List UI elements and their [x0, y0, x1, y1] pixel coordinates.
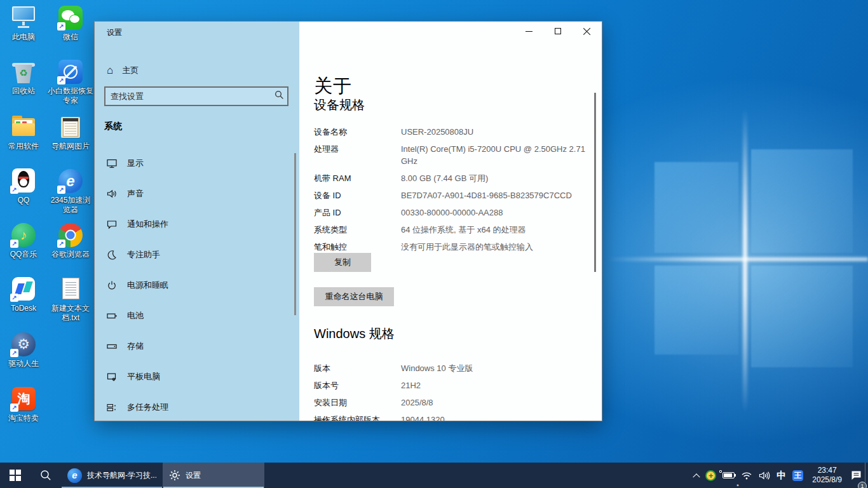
taskbar-spacer	[264, 463, 691, 488]
window-title: 设置	[107, 27, 122, 38]
desktop-icon-label: 新建文本文档.txt	[47, 304, 94, 323]
desktop-icon-driver[interactable]: ⚙↗ 驱动人生	[0, 332, 47, 369]
ime-chinese-icon: 中	[776, 470, 786, 482]
data-recovery-icon: ↗	[57, 59, 85, 85]
spec-label: 设备 ID	[314, 189, 401, 201]
driver-gear-icon: ⚙↗	[10, 332, 37, 357]
desktop-icon-nav-pictures[interactable]: 导航网图片	[47, 114, 94, 151]
spec-row: 安装日期2025/8/8	[314, 396, 473, 409]
search-input[interactable]	[105, 92, 271, 101]
device-spec-heading: 设备规格	[314, 97, 365, 114]
shortcut-arrow-icon: ↗	[10, 349, 18, 357]
desktop-icon-wechat[interactable]: ↗ 微信	[47, 5, 94, 42]
spec-label: 安装日期	[314, 396, 401, 409]
spec-label: 版本号	[314, 379, 401, 391]
sidebar-item-multitasking[interactable]: 多任务处理	[95, 392, 299, 421]
wallpaper-pane	[654, 162, 738, 253]
taskbar-search-button[interactable]	[31, 463, 61, 488]
sidebar-item-label: 多任务处理	[127, 402, 168, 413]
desktop-icon-common-software[interactable]: 常用软件	[0, 114, 47, 151]
action-center-button[interactable]: 1	[848, 463, 865, 488]
sidebar-item-power-sleep[interactable]: 电源和睡眠	[95, 270, 299, 301]
sidebar-item-storage[interactable]: 存储	[95, 331, 299, 362]
maximize-icon	[555, 28, 561, 34]
spec-value: BE7D7A07-A901-4D81-9685-B823579C7CCD	[401, 189, 572, 201]
desktop-icon-2345-browser[interactable]: e↗ 2345加速浏览器	[47, 168, 94, 215]
spec-row: 版本Windows 10 专业版	[314, 362, 473, 374]
tray-volume-button[interactable]	[756, 463, 773, 488]
tray-antivirus-button[interactable]: +	[702, 463, 719, 488]
sidebar-item-focus-assist[interactable]: 专注助手	[95, 240, 299, 270]
battery-charging-icon	[722, 472, 735, 478]
close-icon	[583, 27, 591, 35]
this-pc-icon	[10, 5, 37, 30]
desktop-icon-taobao[interactable]: 淘↗ 淘宝特卖	[0, 386, 47, 423]
close-button[interactable]	[573, 22, 602, 41]
search-icon[interactable]	[271, 90, 287, 102]
spec-label: 处理器	[314, 143, 401, 167]
chevron-up-icon	[693, 473, 700, 480]
spec-row-clipped: 体验	[314, 417, 330, 421]
rename-pc-button[interactable]: 重命名这台电脑	[314, 287, 394, 306]
content-scrollbar[interactable]	[594, 93, 596, 272]
taskbar-app-browser[interactable]: e 技术导航网-学习技...	[61, 463, 163, 488]
sidebar-item-label: 专注助手	[127, 249, 160, 261]
shortcut-arrow-icon: ↗	[57, 76, 65, 85]
sidebar-item-tablet[interactable]: 平板电脑	[95, 362, 299, 392]
desktop-icon-chrome[interactable]: ↗ 谷歌浏览器	[47, 222, 94, 259]
taskbar-clock[interactable]: 23:472025/8/9	[806, 463, 848, 488]
spec-value: 64 位操作系统, 基于 x64 的处理器	[401, 224, 526, 236]
sidebar-item-home[interactable]: ⌂ 主页	[107, 61, 278, 80]
spec-row: 操作系统内部版本19044.1320	[314, 414, 473, 421]
maximize-button[interactable]	[543, 22, 573, 41]
desktop-icon-label: 回收站	[0, 86, 47, 96]
multitask-icon	[107, 402, 117, 412]
sidebar-item-notifications[interactable]: 通知和操作	[95, 209, 299, 240]
sidebar-item-battery[interactable]: 电池	[95, 301, 299, 331]
minimize-button[interactable]	[514, 22, 543, 41]
sidebar-item-sound[interactable]: 声音	[95, 179, 299, 209]
windows-logo-icon	[10, 470, 21, 481]
taskbar-app-settings[interactable]: 设置	[163, 463, 264, 488]
desktop-icon-text-file[interactable]: 新建文本文档.txt	[47, 276, 94, 323]
copy-button[interactable]: 复制	[314, 253, 371, 272]
text-file-icon	[57, 276, 85, 302]
shortcut-arrow-icon: ↗	[10, 294, 18, 302]
wallpaper-pane	[751, 149, 853, 253]
tray-chevron-button[interactable]	[691, 463, 702, 488]
tray-battery-button[interactable]	[719, 463, 738, 488]
wang-blue-icon: 王	[792, 470, 803, 481]
recycle-bin-icon: ♻	[10, 59, 37, 85]
qq-music-icon: ♪↗	[10, 222, 37, 248]
home-label: 主页	[122, 65, 139, 76]
spec-row: 产品 ID00330-80000-00000-AA288	[314, 207, 593, 219]
desktop-icon-todesk[interactable]: ↗ ToDesk	[0, 276, 47, 313]
settings-search-box[interactable]	[104, 86, 288, 106]
settings-content: 关于 设备规格 设备名称USER-20250808JU 处理器Intel(R) …	[299, 22, 602, 421]
tray-ime-button[interactable]: 中	[773, 463, 789, 488]
power-icon	[107, 280, 117, 290]
tray-wifi-button[interactable]: *	[738, 463, 756, 488]
sidebar-item-label: 声音	[127, 188, 144, 200]
chrome-icon: ↗	[57, 222, 85, 248]
sidebar-scrollbar[interactable]	[294, 153, 296, 315]
taskbar-app-label: 技术导航网-学习技...	[87, 470, 156, 481]
desktop-icon-recycle-bin[interactable]: ♻ 回收站	[0, 59, 47, 96]
desktop-icon-label: 常用软件	[0, 142, 47, 151]
desktop-icon-qq[interactable]: ↗ QQ	[0, 168, 47, 205]
start-button[interactable]	[0, 463, 31, 488]
sidebar-item-display[interactable]: 显示	[95, 148, 299, 179]
desktop-icon-data-recovery[interactable]: ↗ 小白数据恢复专家	[47, 59, 94, 105]
storage-drive-icon	[107, 341, 117, 351]
desktop-icon-label: 2345加速浏览器	[47, 196, 94, 215]
spec-label: 设备名称	[314, 126, 401, 138]
desktop-icon-label: QQ	[0, 196, 47, 205]
spec-row: 笔和触控没有可用于此显示器的笔或触控输入	[314, 241, 593, 253]
spec-row: 机带 RAM8.00 GB (7.44 GB 可用)	[314, 172, 593, 184]
shortcut-arrow-icon: ↗	[57, 186, 65, 194]
desktop-icon-label: QQ音乐	[0, 250, 47, 259]
tray-wang-app-button[interactable]: 王	[789, 463, 806, 488]
clock-time: 23:47	[812, 466, 842, 475]
desktop-icon-qq-music[interactable]: ♪↗ QQ音乐	[0, 222, 47, 259]
desktop-icon-this-pc[interactable]: 此电脑	[0, 5, 47, 42]
